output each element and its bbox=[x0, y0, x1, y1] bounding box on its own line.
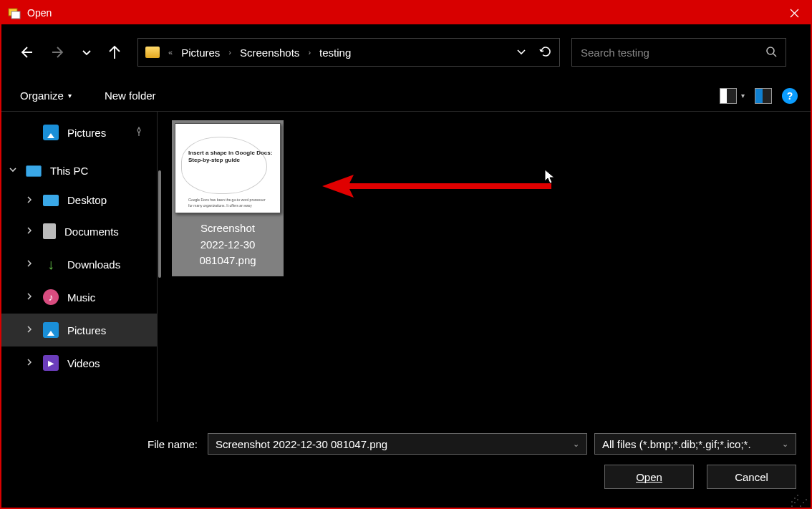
dialog-bottom: File name: Screenshot 2022-12-30 081047.… bbox=[1, 422, 811, 508]
address-bar[interactable]: « Pictures › Screenshots › testing bbox=[137, 38, 560, 67]
organize-button[interactable]: Organize ▾ bbox=[14, 87, 77, 105]
app-icon bbox=[7, 6, 21, 20]
chevron-right-icon bbox=[26, 292, 33, 302]
file-name-input[interactable]: Screenshot 2022-12-30 081047.png ⌄ bbox=[208, 433, 587, 455]
downloads-icon: ↓ bbox=[43, 256, 59, 272]
breadcrumb-testing[interactable]: testing bbox=[319, 47, 351, 59]
pictures-icon bbox=[43, 125, 59, 140]
sidebar-videos[interactable]: ▶ Videos bbox=[1, 346, 157, 379]
chevron-down-icon: ▾ bbox=[68, 92, 72, 100]
sidebar-desktop[interactable]: Desktop bbox=[1, 185, 157, 215]
window-title: Open bbox=[27, 7, 52, 19]
folder-icon bbox=[145, 47, 160, 58]
main-area: Pictures This PC Desktop bbox=[1, 112, 811, 422]
file-list[interactable]: Insert a shape in Google Docs:Step-by-st… bbox=[158, 112, 811, 422]
chevron-down-icon: ▾ bbox=[741, 92, 745, 100]
breadcrumb-overflow: « bbox=[168, 48, 173, 57]
sidebar-music[interactable]: ♪ Music bbox=[1, 281, 157, 314]
breadcrumb-sep-icon: › bbox=[308, 48, 311, 57]
annotation-arrow bbox=[294, 172, 580, 200]
up-button[interactable] bbox=[100, 38, 129, 67]
open-button[interactable]: Open bbox=[604, 465, 694, 489]
chevron-right-icon bbox=[26, 195, 33, 205]
file-name-line1: Screenshot bbox=[175, 220, 281, 237]
pin-icon bbox=[134, 127, 144, 139]
help-button[interactable]: ? bbox=[782, 88, 798, 104]
pictures-icon bbox=[43, 322, 59, 338]
this-pc-icon bbox=[26, 165, 42, 177]
new-folder-button[interactable]: New folder bbox=[99, 87, 162, 105]
preview-pane-button[interactable] bbox=[755, 88, 772, 104]
breadcrumb-screenshots[interactable]: Screenshots bbox=[240, 47, 299, 59]
cancel-button[interactable]: Cancel bbox=[707, 465, 796, 489]
forward-button[interactable] bbox=[44, 38, 73, 67]
documents-icon bbox=[43, 223, 56, 239]
file-name-line3: 081047.png bbox=[175, 253, 281, 269]
search-placeholder: Search testing bbox=[581, 47, 649, 59]
chevron-right-icon bbox=[26, 358, 33, 368]
search-icon bbox=[765, 46, 777, 59]
music-icon: ♪ bbox=[43, 289, 59, 305]
svg-rect-1 bbox=[11, 11, 20, 19]
chevron-down-icon[interactable]: ⌄ bbox=[573, 440, 579, 449]
recent-dropdown[interactable] bbox=[77, 38, 96, 67]
sidebar: Pictures This PC Desktop bbox=[1, 112, 158, 422]
view-mode-button[interactable]: ▾ bbox=[720, 88, 745, 104]
search-input[interactable]: Search testing bbox=[571, 38, 786, 67]
chevron-down-icon bbox=[9, 165, 17, 176]
file-type-select[interactable]: All files (*.bmp;*.dib;*.gif;*.ico;*. ⌄ bbox=[594, 433, 796, 455]
breadcrumb-sep-icon: › bbox=[228, 48, 231, 57]
back-button[interactable] bbox=[11, 38, 40, 67]
sidebar-pictures[interactable]: Pictures bbox=[1, 314, 157, 346]
refresh-button[interactable] bbox=[539, 45, 552, 60]
cursor-icon bbox=[544, 169, 557, 188]
chevron-right-icon bbox=[26, 259, 33, 269]
file-name-line2: 2022-12-30 bbox=[175, 237, 281, 253]
chevron-right-icon bbox=[26, 226, 33, 236]
open-dialog-window: Open « Pictures › Screenshots › testing bbox=[0, 0, 812, 509]
breadcrumb-pictures[interactable]: Pictures bbox=[181, 47, 220, 59]
sidebar-quick-pictures[interactable]: Pictures bbox=[1, 116, 157, 149]
file-item-selected[interactable]: Insert a shape in Google Docs:Step-by-st… bbox=[172, 120, 284, 276]
file-name-label: File name: bbox=[148, 438, 198, 450]
chevron-right-icon bbox=[26, 325, 33, 335]
view-icon bbox=[720, 88, 737, 104]
videos-icon: ▶ bbox=[43, 355, 59, 371]
close-button[interactable] bbox=[778, 1, 811, 24]
sidebar-downloads[interactable]: ↓ Downloads bbox=[1, 248, 157, 281]
toolbar: Organize ▾ New folder ▾ ? bbox=[1, 80, 811, 112]
resize-grip[interactable]: ⋰⋰⋰ bbox=[791, 496, 808, 505]
sidebar-documents[interactable]: Documents bbox=[1, 215, 157, 248]
file-thumbnail: Insert a shape in Google Docs:Step-by-st… bbox=[175, 123, 281, 213]
svg-point-2 bbox=[767, 47, 774, 54]
chevron-down-icon: ⌄ bbox=[782, 440, 788, 449]
desktop-icon bbox=[43, 195, 59, 206]
title-bar: Open bbox=[1, 1, 811, 24]
nav-area: « Pictures › Screenshots › testing Searc… bbox=[1, 24, 811, 80]
address-dropdown-icon[interactable] bbox=[516, 47, 526, 59]
sidebar-this-pc[interactable]: This PC bbox=[1, 156, 157, 185]
